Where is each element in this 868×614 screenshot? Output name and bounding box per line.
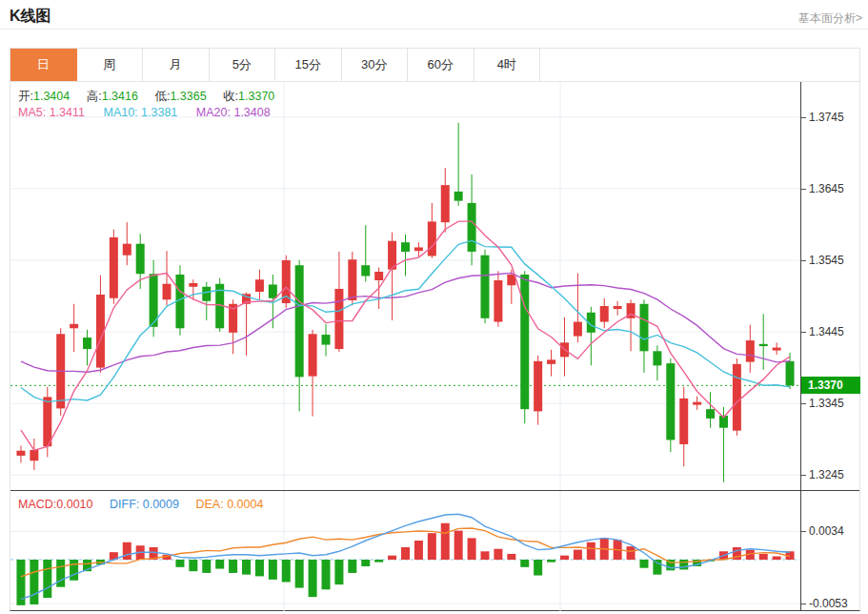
high-value: 1.3416: [102, 90, 138, 103]
candle-body: [428, 221, 436, 256]
tab-15分[interactable]: 15分: [275, 49, 342, 81]
low-value: 1.3365: [170, 90, 206, 103]
price-tick-label: 1.3645: [809, 182, 844, 195]
macd-bar: [123, 542, 131, 560]
tab-周[interactable]: 周: [77, 49, 144, 81]
price-tick-label-tick: [801, 332, 806, 333]
macd-bar: [773, 557, 781, 560]
macd-bar: [322, 560, 331, 589]
candle-body: [600, 306, 609, 322]
macd-bar: [189, 560, 197, 571]
ma20-legend: MA20: 1.3408: [196, 106, 271, 119]
tab-60分[interactable]: 60分: [408, 49, 474, 81]
price-tick-label: 1.3445: [809, 325, 844, 338]
macd-bar: [441, 523, 450, 560]
macd-bar: [454, 531, 463, 560]
candle-body: [547, 359, 555, 364]
close-label: 收:: [223, 90, 238, 103]
tab-bar-filler: [540, 49, 859, 81]
candle-body: [414, 247, 423, 251]
open-value: 1.3404: [33, 90, 70, 103]
macd-bar: [587, 542, 595, 560]
price-tick-label-tick: [801, 475, 806, 476]
candle-body: [454, 192, 463, 201]
diff-value: DIFF: 0.0009: [110, 498, 179, 511]
candle-body: [30, 450, 38, 460]
candle-body: [309, 334, 317, 376]
candle-body: [733, 364, 741, 431]
macd-bar: [269, 560, 277, 580]
tab-5分[interactable]: 5分: [210, 49, 276, 81]
macd-bar: [627, 546, 636, 560]
low-label: 低:: [154, 90, 170, 103]
macd-legend: MACD:0.0010 DIFF: 0.0009 DEA: 0.0004: [18, 498, 263, 511]
macd-bar: [547, 560, 555, 563]
interval-tab-bar: 日周月5分15分30分60分4时: [10, 48, 860, 82]
macd-bar: [414, 541, 423, 560]
macd-bar: [361, 560, 370, 566]
tab-30分[interactable]: 30分: [342, 49, 409, 81]
candle-body: [255, 279, 264, 292]
price-tick-label-tick: [801, 189, 806, 190]
macd-bar: [480, 551, 489, 560]
macd-bar: [43, 560, 51, 598]
candle-body: [322, 335, 331, 345]
candle-body: [786, 361, 795, 386]
macd-bar: [374, 560, 383, 563]
candle-body: [480, 256, 489, 318]
macd-bar: [468, 538, 476, 560]
candle-body: [334, 289, 343, 349]
macd-bar: [70, 560, 78, 581]
macd-bar: [759, 554, 768, 560]
tab-日[interactable]: 日: [10, 49, 77, 81]
candle-body: [639, 304, 648, 352]
price-tick-label: 1.3245: [809, 468, 844, 481]
candle-body: [746, 340, 755, 362]
macd-tick-label-tick: [801, 531, 806, 532]
candle-body: [494, 280, 502, 322]
price-tick-label: 1.3345: [809, 397, 844, 410]
macd-bar: [56, 560, 65, 587]
price-tick-label: 1.3745: [809, 111, 844, 124]
candle-body: [773, 348, 781, 351]
candle-body: [534, 361, 542, 412]
page-title: K线图: [10, 7, 51, 27]
candle-body: [348, 259, 356, 300]
candle-body: [136, 244, 145, 275]
macd-bar: [215, 560, 224, 569]
macd-bar: [242, 560, 251, 575]
fundamental-analysis-link[interactable]: 基本面分析>: [798, 10, 862, 27]
candle-body: [110, 237, 118, 298]
header-divider: [0, 29, 868, 30]
macd-tick-label: 0.0034: [809, 524, 844, 538]
macd-bar: [520, 560, 529, 567]
ma-legend: MA5: 1.3411 MA10: 1.3381 MA20: 1.3408: [18, 106, 271, 119]
macd-tick-label: -0.0053: [809, 597, 848, 610]
ohlc-legend: 开:1.3404 高:1.3416 低:1.3365 收:1.3370: [18, 89, 288, 105]
tab-月[interactable]: 月: [143, 49, 210, 81]
macd-bar: [255, 560, 264, 576]
candle-body: [83, 338, 91, 349]
price-tick-label-tick: [801, 403, 806, 404]
ma10-legend: MA10: 1.3381: [103, 106, 177, 119]
candle-body: [653, 351, 661, 365]
kline-app: K线图 基本面分析> 日周月5分15分30分60分4时 1.37451.3645…: [0, 0, 868, 614]
dea-value: DEA: 0.0004: [195, 498, 263, 511]
macd-bar: [401, 547, 410, 560]
candle-body: [614, 306, 622, 309]
current-price-badge: 1.3370: [801, 377, 860, 394]
ma5-legend: MA5: 1.3411: [18, 106, 85, 119]
candle-body: [520, 275, 529, 409]
candle-body: [361, 265, 370, 276]
macd-bar: [494, 549, 502, 560]
tab-4时[interactable]: 4时: [474, 49, 541, 81]
candle-body: [679, 399, 688, 444]
macd-bar: [653, 560, 661, 575]
ma20-line: [21, 273, 790, 372]
price-tick-label-tick: [801, 260, 806, 261]
candlestick-chart: [10, 82, 800, 490]
candle-body: [189, 283, 197, 287]
open-label: 开:: [18, 90, 33, 103]
candle-body: [706, 409, 715, 419]
candle-body: [295, 265, 304, 377]
